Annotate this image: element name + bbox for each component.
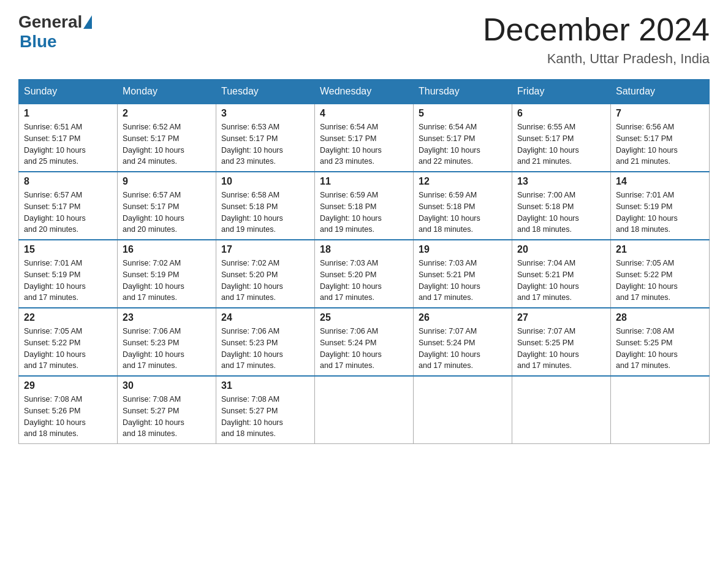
day-number: 23	[123, 312, 211, 323]
day-number: 24	[221, 312, 309, 323]
logo-general-text: General	[18, 12, 82, 32]
day-number: 29	[24, 380, 112, 391]
calendar-cell: 24Sunrise: 7:06 AMSunset: 5:23 PMDayligh…	[216, 308, 315, 376]
day-number: 14	[616, 176, 704, 187]
day-number: 15	[24, 244, 112, 255]
calendar-cell	[414, 376, 512, 444]
day-info: Sunrise: 7:05 AMSunset: 5:22 PMDaylight:…	[616, 258, 704, 304]
day-header-monday: Monday	[118, 80, 216, 104]
day-number: 3	[221, 108, 309, 119]
day-number: 7	[616, 108, 704, 119]
day-number: 1	[24, 108, 112, 119]
day-number: 16	[123, 244, 211, 255]
day-info: Sunrise: 7:03 AMSunset: 5:20 PMDaylight:…	[320, 258, 408, 304]
calendar-cell: 27Sunrise: 7:07 AMSunset: 5:25 PMDayligh…	[512, 308, 611, 376]
title-area: December 2024 Kanth, Uttar Pradesh, Indi…	[483, 12, 710, 67]
week-row-3: 15Sunrise: 7:01 AMSunset: 5:19 PMDayligh…	[19, 240, 710, 308]
day-info: Sunrise: 6:59 AMSunset: 5:18 PMDaylight:…	[419, 190, 507, 236]
day-number: 25	[320, 312, 408, 323]
day-number: 21	[616, 244, 704, 255]
calendar-cell: 18Sunrise: 7:03 AMSunset: 5:20 PMDayligh…	[315, 240, 414, 308]
day-info: Sunrise: 7:06 AMSunset: 5:23 PMDaylight:…	[123, 326, 211, 372]
week-row-4: 22Sunrise: 7:05 AMSunset: 5:22 PMDayligh…	[19, 308, 710, 376]
logo-blue-text: Blue	[20, 32, 57, 51]
day-info: Sunrise: 7:08 AMSunset: 5:27 PMDaylight:…	[123, 394, 211, 440]
calendar-cell: 7Sunrise: 6:56 AMSunset: 5:17 PMDaylight…	[611, 104, 710, 172]
day-info: Sunrise: 6:52 AMSunset: 5:17 PMDaylight:…	[123, 121, 211, 167]
day-number: 9	[123, 176, 211, 187]
day-info: Sunrise: 7:07 AMSunset: 5:25 PMDaylight:…	[517, 326, 605, 372]
calendar-cell	[315, 376, 414, 444]
day-number: 11	[320, 176, 408, 187]
day-info: Sunrise: 7:06 AMSunset: 5:24 PMDaylight:…	[320, 326, 408, 372]
day-info: Sunrise: 6:55 AMSunset: 5:17 PMDaylight:…	[517, 121, 605, 167]
day-number: 2	[123, 108, 211, 119]
calendar-cell: 23Sunrise: 7:06 AMSunset: 5:23 PMDayligh…	[118, 308, 216, 376]
week-row-1: 1Sunrise: 6:51 AMSunset: 5:17 PMDaylight…	[19, 104, 710, 172]
calendar-cell: 12Sunrise: 6:59 AMSunset: 5:18 PMDayligh…	[414, 172, 512, 240]
day-info: Sunrise: 6:58 AMSunset: 5:18 PMDaylight:…	[221, 190, 309, 236]
day-info: Sunrise: 6:54 AMSunset: 5:17 PMDaylight:…	[320, 121, 408, 167]
day-info: Sunrise: 7:01 AMSunset: 5:19 PMDaylight:…	[616, 190, 704, 236]
page-header: General Blue December 2024 Kanth, Uttar …	[18, 12, 710, 67]
day-number: 12	[419, 176, 507, 187]
day-info: Sunrise: 7:00 AMSunset: 5:18 PMDaylight:…	[517, 190, 605, 236]
calendar-cell: 10Sunrise: 6:58 AMSunset: 5:18 PMDayligh…	[216, 172, 315, 240]
calendar-cell: 22Sunrise: 7:05 AMSunset: 5:22 PMDayligh…	[19, 308, 118, 376]
day-header-wednesday: Wednesday	[315, 80, 414, 104]
day-info: Sunrise: 7:08 AMSunset: 5:26 PMDaylight:…	[24, 394, 112, 440]
day-header-saturday: Saturday	[611, 80, 710, 104]
calendar-cell: 19Sunrise: 7:03 AMSunset: 5:21 PMDayligh…	[414, 240, 512, 308]
day-info: Sunrise: 7:08 AMSunset: 5:27 PMDaylight:…	[221, 394, 309, 440]
calendar-cell: 28Sunrise: 7:08 AMSunset: 5:25 PMDayligh…	[611, 308, 710, 376]
calendar-cell: 9Sunrise: 6:57 AMSunset: 5:17 PMDaylight…	[118, 172, 216, 240]
day-number: 13	[517, 176, 605, 187]
calendar-cell: 31Sunrise: 7:08 AMSunset: 5:27 PMDayligh…	[216, 376, 315, 444]
day-info: Sunrise: 7:02 AMSunset: 5:19 PMDaylight:…	[123, 258, 211, 304]
day-number: 10	[221, 176, 309, 187]
day-info: Sunrise: 7:01 AMSunset: 5:19 PMDaylight:…	[24, 258, 112, 304]
day-number: 31	[221, 380, 309, 391]
week-row-5: 29Sunrise: 7:08 AMSunset: 5:26 PMDayligh…	[19, 376, 710, 444]
calendar-cell: 26Sunrise: 7:07 AMSunset: 5:24 PMDayligh…	[414, 308, 512, 376]
day-info: Sunrise: 6:57 AMSunset: 5:17 PMDaylight:…	[123, 190, 211, 236]
day-info: Sunrise: 7:03 AMSunset: 5:21 PMDaylight:…	[419, 258, 507, 304]
day-info: Sunrise: 6:53 AMSunset: 5:17 PMDaylight:…	[221, 121, 309, 167]
calendar-cell: 5Sunrise: 6:54 AMSunset: 5:17 PMDaylight…	[414, 104, 512, 172]
calendar-cell: 20Sunrise: 7:04 AMSunset: 5:21 PMDayligh…	[512, 240, 611, 308]
day-number: 22	[24, 312, 112, 323]
calendar-cell	[512, 376, 611, 444]
day-info: Sunrise: 6:51 AMSunset: 5:17 PMDaylight:…	[24, 121, 112, 167]
logo: General Blue	[18, 12, 93, 52]
day-info: Sunrise: 7:06 AMSunset: 5:23 PMDaylight:…	[221, 326, 309, 372]
week-row-2: 8Sunrise: 6:57 AMSunset: 5:17 PMDaylight…	[19, 172, 710, 240]
calendar-table: SundayMondayTuesdayWednesdayThursdayFrid…	[18, 79, 710, 444]
day-number: 18	[320, 244, 408, 255]
day-number: 27	[517, 312, 605, 323]
day-header-sunday: Sunday	[19, 80, 118, 104]
calendar-cell: 25Sunrise: 7:06 AMSunset: 5:24 PMDayligh…	[315, 308, 414, 376]
calendar-cell: 14Sunrise: 7:01 AMSunset: 5:19 PMDayligh…	[611, 172, 710, 240]
day-number: 20	[517, 244, 605, 255]
calendar-cell: 6Sunrise: 6:55 AMSunset: 5:17 PMDaylight…	[512, 104, 611, 172]
day-info: Sunrise: 7:04 AMSunset: 5:21 PMDaylight:…	[517, 258, 605, 304]
day-number: 8	[24, 176, 112, 187]
day-number: 19	[419, 244, 507, 255]
day-number: 6	[517, 108, 605, 119]
day-info: Sunrise: 7:05 AMSunset: 5:22 PMDaylight:…	[24, 326, 112, 372]
calendar-cell: 1Sunrise: 6:51 AMSunset: 5:17 PMDaylight…	[19, 104, 118, 172]
day-header-friday: Friday	[512, 80, 611, 104]
day-info: Sunrise: 6:59 AMSunset: 5:18 PMDaylight:…	[320, 190, 408, 236]
calendar-cell: 2Sunrise: 6:52 AMSunset: 5:17 PMDaylight…	[118, 104, 216, 172]
day-info: Sunrise: 6:56 AMSunset: 5:17 PMDaylight:…	[616, 121, 704, 167]
day-header-tuesday: Tuesday	[216, 80, 315, 104]
day-info: Sunrise: 6:57 AMSunset: 5:17 PMDaylight:…	[24, 190, 112, 236]
day-info: Sunrise: 7:02 AMSunset: 5:20 PMDaylight:…	[221, 258, 309, 304]
calendar-cell: 15Sunrise: 7:01 AMSunset: 5:19 PMDayligh…	[19, 240, 118, 308]
calendar-cell: 29Sunrise: 7:08 AMSunset: 5:26 PMDayligh…	[19, 376, 118, 444]
day-info: Sunrise: 6:54 AMSunset: 5:17 PMDaylight:…	[419, 121, 507, 167]
calendar-cell: 21Sunrise: 7:05 AMSunset: 5:22 PMDayligh…	[611, 240, 710, 308]
calendar-cell: 17Sunrise: 7:02 AMSunset: 5:20 PMDayligh…	[216, 240, 315, 308]
location-subtitle: Kanth, Uttar Pradesh, India	[483, 51, 710, 67]
day-number: 30	[123, 380, 211, 391]
